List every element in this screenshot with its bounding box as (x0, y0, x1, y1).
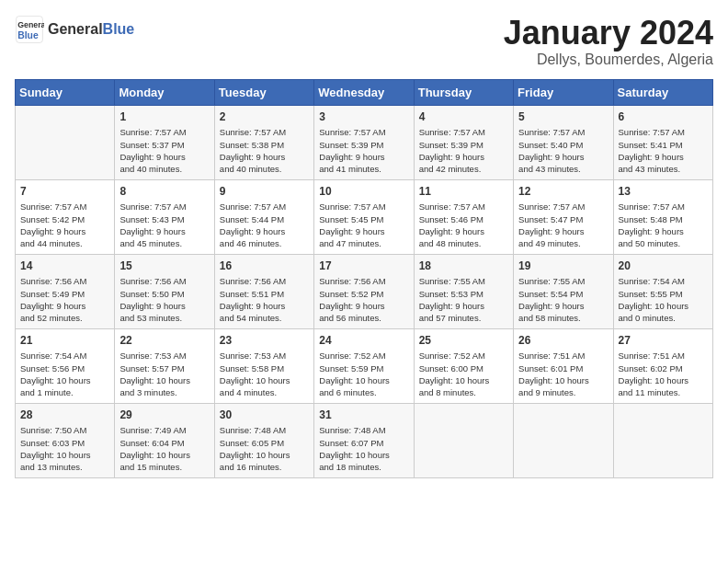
cell-info: Daylight: 9 hours (518, 151, 608, 163)
cell-info: Daylight: 9 hours (419, 151, 508, 163)
location-subtitle: Dellys, Boumerdes, Algeria (504, 52, 713, 68)
cell-info: Sunrise: 7:57 AM (220, 201, 309, 213)
cell-info: Daylight: 9 hours (119, 225, 209, 237)
day-number: 3 (319, 109, 408, 125)
calendar-cell: 22Sunrise: 7:53 AMSunset: 5:57 PMDayligh… (115, 328, 214, 403)
cell-info: Sunset: 5:49 PM (20, 288, 109, 300)
cell-info: Sunrise: 7:57 AM (619, 201, 708, 213)
calendar-cell (16, 105, 115, 179)
cell-info: Sunrise: 7:57 AM (518, 126, 608, 138)
cell-info: Sunrise: 7:48 AM (319, 424, 408, 436)
weekday-header-tuesday: Tuesday (214, 79, 313, 105)
day-number: 22 (119, 333, 209, 349)
cell-info: Daylight: 10 hours (419, 374, 508, 386)
day-number: 2 (220, 109, 309, 125)
week-row-4: 21Sunrise: 7:54 AMSunset: 5:56 PMDayligh… (16, 328, 713, 403)
cell-info: Sunrise: 7:57 AM (319, 201, 408, 213)
cell-info: and 40 minutes. (119, 163, 209, 175)
weekday-header-saturday: Saturday (613, 79, 712, 105)
day-number: 17 (319, 259, 408, 274)
cell-info: Sunrise: 7:52 AM (319, 350, 408, 362)
calendar-cell: 30Sunrise: 7:48 AMSunset: 6:05 PMDayligh… (214, 403, 313, 477)
cell-info: Daylight: 10 hours (20, 374, 109, 386)
cell-info: Sunrise: 7:50 AM (20, 424, 109, 436)
cell-info: and 53 minutes. (119, 312, 209, 324)
logo-icon: General Blue (15, 15, 44, 44)
cell-info: Daylight: 10 hours (319, 449, 408, 461)
title-block: January 2024 Dellys, Boumerdes, Algeria (504, 15, 713, 68)
cell-info: and 0 minutes. (619, 312, 708, 324)
day-number: 30 (220, 408, 309, 423)
cell-info: and 47 minutes. (319, 237, 408, 249)
calendar-cell: 4Sunrise: 7:57 AMSunset: 5:39 PMDaylight… (414, 105, 513, 179)
cell-info: Sunset: 5:55 PM (619, 288, 708, 300)
cell-info: Daylight: 9 hours (419, 225, 508, 237)
calendar-cell: 14Sunrise: 7:56 AMSunset: 5:49 PMDayligh… (16, 254, 115, 328)
cell-info: Daylight: 9 hours (220, 151, 309, 163)
day-number: 20 (619, 259, 708, 274)
cell-info: Daylight: 9 hours (619, 151, 708, 163)
cell-info: Daylight: 9 hours (20, 300, 109, 312)
cell-info: Daylight: 9 hours (319, 151, 408, 163)
day-number: 1 (119, 109, 209, 125)
calendar-cell: 6Sunrise: 7:57 AMSunset: 5:41 PMDaylight… (613, 105, 712, 179)
cell-info: Sunset: 5:42 PM (20, 213, 109, 225)
cell-info: Sunset: 5:40 PM (518, 139, 608, 151)
cell-info: Sunrise: 7:56 AM (119, 275, 209, 287)
day-number: 16 (220, 259, 309, 274)
cell-info: Daylight: 10 hours (619, 374, 708, 386)
month-title: January 2024 (504, 15, 713, 52)
cell-info: Sunrise: 7:48 AM (220, 424, 309, 436)
calendar-cell: 5Sunrise: 7:57 AMSunset: 5:40 PMDaylight… (514, 105, 613, 179)
cell-info: and 58 minutes. (518, 312, 608, 324)
cell-info: Sunset: 6:02 PM (619, 362, 708, 374)
cell-info: Sunset: 5:52 PM (319, 288, 408, 300)
cell-info: and 44 minutes. (20, 237, 109, 249)
cell-info: Daylight: 10 hours (20, 449, 109, 461)
cell-info: Daylight: 10 hours (119, 374, 209, 386)
calendar-cell: 13Sunrise: 7:57 AMSunset: 5:48 PMDayligh… (613, 179, 712, 254)
cell-info: Daylight: 10 hours (220, 449, 309, 461)
calendar-cell: 12Sunrise: 7:57 AMSunset: 5:47 PMDayligh… (514, 179, 613, 254)
cell-info: and 11 minutes. (619, 386, 708, 398)
day-number: 15 (119, 259, 209, 274)
cell-info: and 9 minutes. (518, 386, 608, 398)
week-row-1: 1Sunrise: 7:57 AMSunset: 5:37 PMDaylight… (16, 105, 713, 179)
week-row-2: 7Sunrise: 7:57 AMSunset: 5:42 PMDaylight… (16, 179, 713, 254)
cell-info: and 50 minutes. (619, 237, 708, 249)
week-row-5: 28Sunrise: 7:50 AMSunset: 6:03 PMDayligh… (16, 403, 713, 477)
day-number: 12 (518, 184, 608, 200)
weekday-header-wednesday: Wednesday (314, 79, 414, 105)
cell-info: Sunrise: 7:52 AM (419, 350, 508, 362)
day-number: 11 (419, 184, 508, 200)
day-number: 5 (518, 109, 608, 125)
cell-info: Daylight: 9 hours (119, 151, 209, 163)
calendar-cell: 24Sunrise: 7:52 AMSunset: 5:59 PMDayligh… (314, 328, 414, 403)
day-number: 27 (619, 333, 708, 349)
header: General Blue GeneralBlue January 2024 De… (15, 15, 713, 68)
cell-info: Daylight: 9 hours (20, 225, 109, 237)
cell-info: Sunrise: 7:57 AM (419, 201, 508, 213)
cell-info: Daylight: 9 hours (619, 225, 708, 237)
calendar-cell: 31Sunrise: 7:48 AMSunset: 6:07 PMDayligh… (314, 403, 414, 477)
calendar-cell: 11Sunrise: 7:57 AMSunset: 5:46 PMDayligh… (414, 179, 513, 254)
cell-info: Sunrise: 7:55 AM (518, 275, 608, 287)
cell-info: and 16 minutes. (220, 461, 309, 473)
cell-info: and 52 minutes. (20, 312, 109, 324)
cell-info: Sunset: 5:48 PM (619, 213, 708, 225)
cell-info: and 43 minutes. (619, 163, 708, 175)
calendar-cell: 25Sunrise: 7:52 AMSunset: 6:00 PMDayligh… (414, 328, 513, 403)
logo-text: GeneralBlue (48, 20, 134, 38)
cell-info: Daylight: 9 hours (518, 225, 608, 237)
cell-info: Daylight: 9 hours (119, 300, 209, 312)
cell-info: Sunset: 5:47 PM (518, 213, 608, 225)
calendar-cell: 19Sunrise: 7:55 AMSunset: 5:54 PMDayligh… (514, 254, 613, 328)
day-number: 4 (419, 109, 508, 125)
week-row-3: 14Sunrise: 7:56 AMSunset: 5:49 PMDayligh… (16, 254, 713, 328)
cell-info: Sunset: 5:53 PM (419, 288, 508, 300)
calendar-cell: 16Sunrise: 7:56 AMSunset: 5:51 PMDayligh… (214, 254, 313, 328)
calendar-table: SundayMondayTuesdayWednesdayThursdayFrid… (15, 79, 713, 478)
day-number: 25 (419, 333, 508, 349)
cell-info: Sunrise: 7:57 AM (119, 201, 209, 213)
calendar-cell (514, 403, 613, 477)
